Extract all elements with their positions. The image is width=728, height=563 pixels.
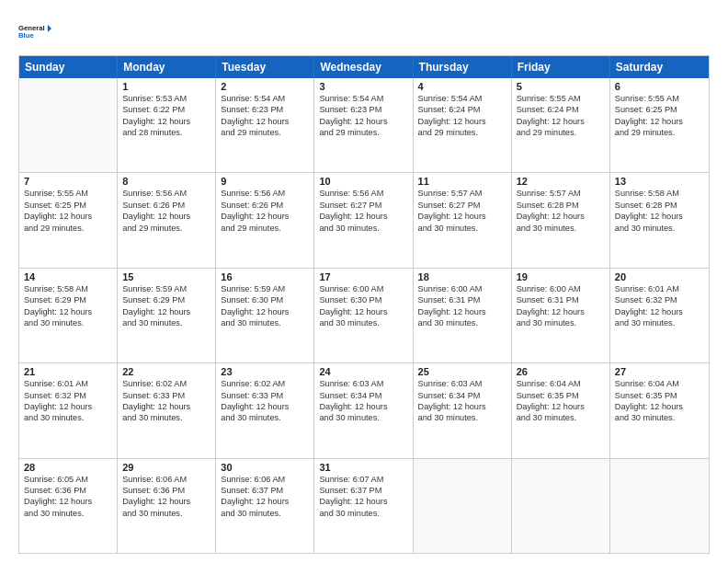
daylight-label: Daylight: 12 hoursand 30 minutes.: [221, 401, 309, 424]
day-number: 25: [418, 366, 506, 377]
logo: General Blue: [18, 15, 51, 48]
svg-marker-2: [48, 25, 51, 32]
daylight-label: Daylight: 12 hoursand 30 minutes.: [517, 306, 605, 329]
sunrise-line: Sunrise: 6:04 AM: [615, 378, 704, 389]
calendar: SundayMondayTuesdayWednesdayThursdayFrid…: [18, 55, 710, 554]
daylight-label: Daylight: 12 hoursand 30 minutes.: [517, 211, 605, 234]
sunrise-line: Sunrise: 6:05 AM: [24, 474, 112, 485]
cal-cell: 28 Sunrise: 6:05 AM Sunset: 6:36 PM Dayl…: [19, 459, 118, 553]
sunset-line: Sunset: 6:28 PM: [517, 200, 605, 211]
sunrise-line: Sunrise: 5:56 AM: [221, 188, 309, 199]
day-number: 28: [24, 462, 112, 473]
sunset-line: Sunset: 6:33 PM: [221, 390, 309, 401]
cal-cell: 4 Sunrise: 5:54 AM Sunset: 6:24 PM Dayli…: [414, 78, 512, 172]
day-number: 19: [517, 271, 605, 282]
cal-week-3: 21 Sunrise: 6:01 AM Sunset: 6:32 PM Dayl…: [19, 363, 709, 458]
cal-cell: 21 Sunrise: 6:01 AM Sunset: 6:32 PM Dayl…: [19, 363, 118, 457]
svg-text:General: General: [18, 24, 45, 32]
sunset-line: Sunset: 6:24 PM: [517, 104, 605, 115]
cal-week-1: 7 Sunrise: 5:55 AM Sunset: 6:25 PM Dayli…: [19, 173, 709, 268]
cal-cell: 9 Sunrise: 5:56 AM Sunset: 6:26 PM Dayli…: [216, 173, 314, 267]
sunrise-line: Sunrise: 5:54 AM: [221, 93, 309, 104]
cal-cell: 30 Sunrise: 6:06 AM Sunset: 6:37 PM Dayl…: [216, 459, 314, 553]
sunrise-line: Sunrise: 6:03 AM: [418, 378, 506, 389]
sunset-line: Sunset: 6:25 PM: [615, 104, 704, 115]
sunrise-line: Sunrise: 6:00 AM: [517, 283, 605, 294]
logo-svg: General Blue: [18, 15, 51, 48]
sunset-line: Sunset: 6:28 PM: [615, 200, 704, 211]
daylight-label: Daylight: 12 hoursand 29 minutes.: [319, 116, 407, 139]
cal-cell: 27 Sunrise: 6:04 AM Sunset: 6:35 PM Dayl…: [610, 363, 709, 457]
sunset-line: Sunset: 6:30 PM: [221, 294, 309, 305]
sunset-line: Sunset: 6:22 PM: [122, 104, 210, 115]
page: General Blue SundayMondayTuesdayWednesda…: [0, 0, 728, 563]
day-number: 6: [615, 81, 704, 92]
daylight-label: Daylight: 12 hoursand 30 minutes.: [122, 306, 210, 329]
cal-header-friday: Friday: [512, 56, 610, 78]
sunrise-line: Sunrise: 6:06 AM: [221, 474, 309, 485]
cal-cell: 25 Sunrise: 6:03 AM Sunset: 6:34 PM Dayl…: [414, 363, 512, 457]
cal-cell: 10 Sunrise: 5:56 AM Sunset: 6:27 PM Dayl…: [314, 173, 413, 267]
cal-cell: 17 Sunrise: 6:00 AM Sunset: 6:30 PM Dayl…: [314, 269, 413, 362]
daylight-label: Daylight: 12 hoursand 30 minutes.: [517, 401, 605, 424]
day-number: 18: [418, 271, 506, 282]
sunset-line: Sunset: 6:27 PM: [418, 200, 506, 211]
sunrise-line: Sunrise: 6:07 AM: [319, 474, 407, 485]
cal-week-4: 28 Sunrise: 6:05 AM Sunset: 6:36 PM Dayl…: [19, 459, 709, 553]
daylight-label: Daylight: 12 hoursand 30 minutes.: [122, 496, 210, 519]
cal-cell: 18 Sunrise: 6:00 AM Sunset: 6:31 PM Dayl…: [414, 269, 512, 362]
sunset-line: Sunset: 6:31 PM: [418, 294, 506, 305]
sunset-line: Sunset: 6:29 PM: [122, 294, 210, 305]
day-number: 13: [615, 176, 704, 187]
sunset-line: Sunset: 6:37 PM: [221, 485, 309, 496]
sunrise-line: Sunrise: 6:02 AM: [221, 378, 309, 389]
day-number: 16: [221, 271, 309, 282]
day-number: 1: [122, 81, 210, 92]
daylight-label: Daylight: 12 hoursand 30 minutes.: [221, 496, 309, 519]
sunset-line: Sunset: 6:33 PM: [122, 390, 210, 401]
cal-header-wednesday: Wednesday: [314, 56, 413, 78]
daylight-label: Daylight: 12 hoursand 29 minutes.: [24, 211, 112, 234]
sunrise-line: Sunrise: 5:59 AM: [122, 283, 210, 294]
daylight-label: Daylight: 12 hoursand 29 minutes.: [615, 116, 704, 139]
sunset-line: Sunset: 6:32 PM: [24, 390, 112, 401]
cal-cell: 26 Sunrise: 6:04 AM Sunset: 6:35 PM Dayl…: [512, 363, 610, 457]
cal-header-tuesday: Tuesday: [216, 56, 314, 78]
cal-cell: 7 Sunrise: 5:55 AM Sunset: 6:25 PM Dayli…: [19, 173, 118, 267]
cal-cell: 23 Sunrise: 6:02 AM Sunset: 6:33 PM Dayl…: [216, 363, 314, 457]
daylight-label: Daylight: 12 hoursand 28 minutes.: [122, 116, 210, 139]
sunset-line: Sunset: 6:23 PM: [319, 104, 407, 115]
cal-cell: [610, 459, 709, 553]
day-number: 31: [319, 462, 407, 473]
sunrise-line: Sunrise: 5:59 AM: [221, 283, 309, 294]
cal-week-2: 14 Sunrise: 5:58 AM Sunset: 6:29 PM Dayl…: [19, 269, 709, 363]
sunrise-line: Sunrise: 5:55 AM: [615, 93, 704, 104]
cal-header-monday: Monday: [118, 56, 216, 78]
day-number: 2: [221, 81, 309, 92]
cal-cell: 1 Sunrise: 5:53 AM Sunset: 6:22 PM Dayli…: [118, 78, 216, 172]
sunset-line: Sunset: 6:29 PM: [24, 294, 112, 305]
day-number: 9: [221, 176, 309, 187]
cal-header-saturday: Saturday: [610, 56, 709, 78]
cal-cell: [19, 78, 118, 172]
sunset-line: Sunset: 6:35 PM: [615, 390, 704, 401]
daylight-label: Daylight: 12 hoursand 30 minutes.: [319, 306, 407, 329]
day-number: 8: [122, 176, 210, 187]
sunrise-line: Sunrise: 5:57 AM: [418, 188, 506, 199]
cal-cell: 2 Sunrise: 5:54 AM Sunset: 6:23 PM Dayli…: [216, 78, 314, 172]
daylight-label: Daylight: 12 hoursand 30 minutes.: [418, 306, 506, 329]
day-number: 4: [418, 81, 506, 92]
day-number: 23: [221, 366, 309, 377]
sunrise-line: Sunrise: 6:06 AM: [122, 474, 210, 485]
cal-cell: 29 Sunrise: 6:06 AM Sunset: 6:36 PM Dayl…: [118, 459, 216, 553]
cal-cell: 6 Sunrise: 5:55 AM Sunset: 6:25 PM Dayli…: [610, 78, 709, 172]
cal-cell: 15 Sunrise: 5:59 AM Sunset: 6:29 PM Dayl…: [118, 269, 216, 362]
cal-cell: 3 Sunrise: 5:54 AM Sunset: 6:23 PM Dayli…: [314, 78, 413, 172]
sunrise-line: Sunrise: 6:02 AM: [122, 378, 210, 389]
daylight-label: Daylight: 12 hoursand 29 minutes.: [418, 116, 506, 139]
sunrise-line: Sunrise: 6:04 AM: [517, 378, 605, 389]
sunrise-line: Sunrise: 5:58 AM: [615, 188, 704, 199]
cal-header-sunday: Sunday: [19, 56, 118, 78]
sunrise-line: Sunrise: 5:54 AM: [319, 93, 407, 104]
sunset-line: Sunset: 6:31 PM: [517, 294, 605, 305]
